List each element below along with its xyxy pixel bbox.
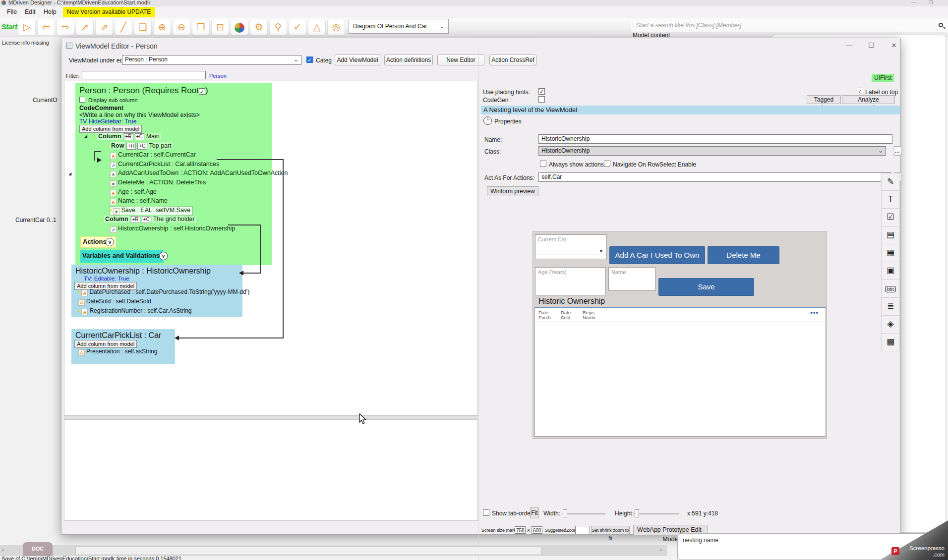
add-car-button[interactable]: Add A Car I Used To Own — [609, 246, 705, 264]
act-as-input[interactable]: self.Car — [538, 172, 891, 182]
use-placing-hints-checkbox[interactable] — [538, 88, 545, 95]
run-button[interactable]: ▷ — [18, 19, 36, 36]
historic-ownership-box[interactable]: HistoricOwnership : HistoricOwnership TV… — [71, 265, 242, 317]
text-tool-button[interactable]: T — [881, 191, 900, 209]
search-icon[interactable] — [939, 23, 943, 27]
button-tool-button[interactable]: btn — [881, 280, 900, 298]
add-row-chip[interactable]: +R — [126, 143, 136, 150]
name-field[interactable]: Name — [608, 267, 655, 291]
column-item[interactable]: ●ADatePurchased : self.DatePurchased.ToS… — [78, 288, 249, 296]
tree-group-column[interactable]: ◢↓Column+R+CMain — [93, 133, 161, 141]
grid-column-header[interactable]: DateSold — [561, 310, 571, 320]
grid-column-header[interactable]: RegisNumb — [583, 310, 595, 320]
column-item[interactable]: ●ARegistrationNumber : self.Car.AsString — [78, 307, 192, 315]
cube-tool-button[interactable]: ◈ — [881, 316, 900, 334]
menu-help[interactable]: Help — [44, 8, 57, 15]
display-sub-column-checkbox[interactable] — [79, 97, 85, 103]
age-field[interactable]: Age (Years) — [535, 267, 606, 295]
column-item[interactable]: ADateSold : self.DateSold — [78, 298, 151, 306]
image-tool-button[interactable]: ▣ — [881, 262, 900, 280]
codegen-checkbox[interactable] — [538, 96, 545, 103]
delete-me-button[interactable]: Delete Me — [708, 246, 779, 264]
viewmodel-canvas[interactable]: ◢ Person : Person (Requires Root) Displa… — [64, 81, 478, 416]
diagram-selector-dropdown[interactable]: Diagram Of Person And Car ⌄ — [349, 19, 449, 34]
save-button[interactable]: Save — [658, 278, 754, 296]
user-key-button[interactable]: ⚲ — [269, 19, 287, 36]
calendar-tool-button[interactable]: ▦ — [881, 244, 900, 262]
requires-root-checkbox[interactable] — [199, 88, 205, 95]
analyze-expressions-button[interactable]: Analyze expressions — [842, 95, 895, 104]
search-input[interactable]: Start a search like this [Class].[Member… — [631, 19, 948, 32]
action-definitions-button[interactable]: Action definitions — [384, 55, 433, 65]
minimize-button[interactable]: — — [841, 40, 858, 51]
chevron-down-icon[interactable]: v — [106, 238, 114, 246]
forward-button[interactable]: ⇨ — [57, 19, 74, 36]
close-button[interactable]: ✕ — [886, 40, 902, 51]
suggested-zoom-input[interactable] — [575, 526, 590, 534]
class-more-button[interactable]: ... — [893, 146, 901, 156]
horizontal-scrollbar[interactable]: ‹ › — [0, 545, 667, 556]
tree-item[interactable]: ↗CurrentCarPickList : Car.allInstances — [110, 161, 219, 169]
tree-item[interactable]: ↗HistoricOwnership : self.HistoricOwners… — [110, 225, 235, 233]
screen-width-input[interactable]: 758 — [515, 526, 526, 534]
pointer-tool-button[interactable]: ⇗ — [95, 19, 113, 36]
expander-icon[interactable]: ◢ — [84, 134, 87, 139]
tree-item[interactable]: ∗DeleteMe : ACTION: DeleteThis — [110, 179, 206, 187]
add-row-chip[interactable]: +R — [124, 133, 133, 140]
grid-menu-dots[interactable]: ••• — [810, 309, 819, 316]
scroll-left-icon[interactable]: ‹ — [2, 547, 4, 553]
update-banner[interactable]: New Version available UPDATE — [63, 7, 155, 17]
zoom-in-button[interactable]: ⊕ — [153, 19, 171, 36]
height-slider[interactable] — [634, 513, 679, 514]
new-editor-button[interactable]: New Editor — [437, 55, 484, 65]
picklist-box[interactable]: CurrentCarPickList : Car Add column from… — [71, 329, 175, 364]
add-viewmodel-button[interactable]: Add ViewModel — [335, 55, 380, 65]
checkbox-tool-button[interactable]: ☑ — [881, 209, 900, 226]
splitter-handle[interactable] — [64, 416, 478, 419]
add-column-chip[interactable]: +C — [137, 143, 147, 150]
column-item[interactable]: APresentation : self.asString — [78, 348, 157, 356]
tagged-values-button[interactable]: Tagged values — [807, 95, 841, 104]
always-show-actions-checkbox[interactable] — [540, 161, 546, 167]
arrow-tool-button[interactable]: ↗ — [76, 19, 94, 36]
chevron-down-icon[interactable]: ⌄ — [669, 537, 673, 542]
maximize-button[interactable]: ☐ — [863, 40, 880, 51]
screen-height-input[interactable]: 600 — [532, 526, 542, 534]
expander-icon[interactable]: ◢ — [68, 171, 71, 176]
historic-grid[interactable]: DatePurch DateSold RegisNumb ••• — [534, 307, 826, 437]
fit-button[interactable]: Fit — [530, 507, 539, 518]
grid-column-header[interactable]: DatePurch — [538, 310, 551, 320]
width-slider-knob[interactable] — [563, 509, 567, 517]
categ-checkbox[interactable] — [306, 56, 313, 63]
action-crossref-button[interactable]: Action CrossRef — [489, 55, 536, 65]
navigate-rowselect-checkbox[interactable] — [604, 161, 610, 167]
back-button[interactable]: ⇦ — [37, 19, 55, 36]
tree-item[interactable]: ●∗Save : EAL: selfVM.Save — [110, 207, 192, 215]
tree-item[interactable]: ACurrentCar : self.CurrentCar — [110, 151, 196, 160]
window-gear-tool-button[interactable]: ▩ — [881, 334, 900, 351]
historic-box-tv[interactable]: TV: Editable: True — [84, 276, 129, 281]
height-slider-knob[interactable] — [635, 509, 639, 517]
add-column-button[interactable]: Add column from model — [79, 125, 142, 133]
root-viewmodel-panel[interactable]: Person : Person (Requires Root) Display … — [75, 83, 272, 265]
frame-select-button[interactable]: ❏ — [134, 19, 152, 36]
spiral-button[interactable]: ◎ — [327, 19, 345, 36]
list-tool-button[interactable]: ≣ — [881, 298, 900, 316]
tree-group-row[interactable]: →Row+R+CTop part — [103, 142, 173, 151]
name-input[interactable]: HistoricOwnership — [538, 134, 892, 144]
menu-edit[interactable]: Edit — [25, 8, 36, 15]
window-button[interactable]: ❐ — [192, 19, 210, 36]
combobox-tool-button[interactable]: ▤ — [881, 226, 900, 244]
tree-item[interactable]: ∗AddACarIUsedToOwn : ACTION: AddACarIUse… — [110, 169, 288, 178]
add-column-chip[interactable]: +C — [135, 133, 144, 140]
scroll-right-icon[interactable]: › — [660, 547, 662, 553]
gears-button[interactable]: ⚙ — [250, 19, 268, 36]
zoom-out-button[interactable]: ⊖ — [173, 19, 190, 36]
line-tool-button[interactable]: ╱ — [115, 19, 132, 36]
check-button[interactable]: ✓ — [289, 19, 306, 36]
add-column-button[interactable]: Add column from model — [74, 340, 137, 348]
show-tab-order-checkbox[interactable] — [483, 509, 489, 516]
chevron-down-icon[interactable]: v — [159, 252, 168, 260]
width-slider[interactable] — [562, 513, 605, 514]
scrollbar-thumb[interactable] — [75, 546, 541, 555]
